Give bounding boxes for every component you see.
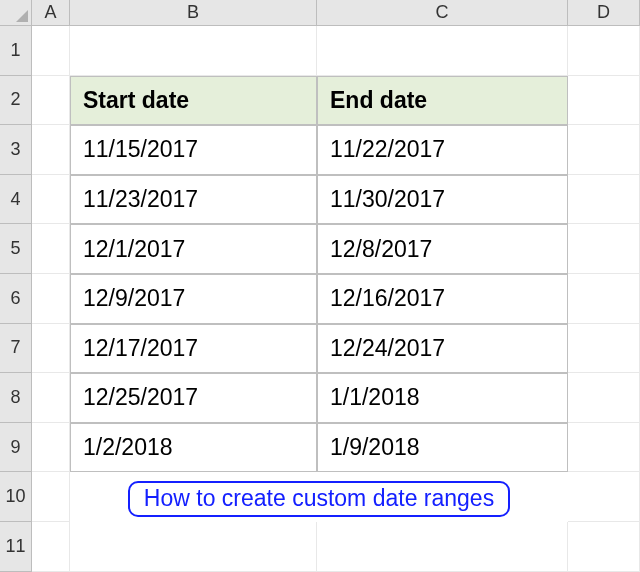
cell-a1[interactable] [32, 26, 70, 76]
cell-a7[interactable] [32, 324, 70, 374]
cell-d5[interactable] [568, 224, 640, 274]
cell-d10[interactable] [568, 472, 640, 522]
col-header-c[interactable]: C [317, 0, 568, 26]
row-header-3[interactable]: 3 [0, 125, 32, 175]
cell-b11[interactable] [70, 522, 317, 572]
spreadsheet: A B C D 1 2 Start date End date 3 11/15/… [0, 0, 640, 572]
row-header-8[interactable]: 8 [0, 373, 32, 423]
cell-a6[interactable] [32, 274, 70, 324]
table-cell-start[interactable]: 1/2/2018 [70, 423, 317, 473]
table-cell-start[interactable]: 12/25/2017 [70, 373, 317, 423]
cell-b1[interactable] [70, 26, 317, 76]
table-cell-end[interactable]: 12/24/2017 [317, 324, 568, 374]
callout-link[interactable]: How to create custom date ranges [128, 481, 510, 517]
cell-c1[interactable] [317, 26, 568, 76]
callout-cell[interactable]: How to create custom date ranges [70, 472, 568, 522]
select-all-cell[interactable] [0, 0, 32, 26]
cell-c11[interactable] [317, 522, 568, 572]
cell-d8[interactable] [568, 373, 640, 423]
cell-d11[interactable] [568, 522, 640, 572]
table-cell-start[interactable]: 11/15/2017 [70, 125, 317, 175]
table-cell-end[interactable]: 12/8/2017 [317, 224, 568, 274]
row-header-9[interactable]: 9 [0, 423, 32, 473]
cell-a2[interactable] [32, 76, 70, 126]
row-header-2[interactable]: 2 [0, 76, 32, 126]
cell-a8[interactable] [32, 373, 70, 423]
cell-a3[interactable] [32, 125, 70, 175]
table-cell-end[interactable]: 1/9/2018 [317, 423, 568, 473]
row-header-1[interactable]: 1 [0, 26, 32, 76]
table-cell-start[interactable]: 11/23/2017 [70, 175, 317, 225]
cell-a9[interactable] [32, 423, 70, 473]
cell-a4[interactable] [32, 175, 70, 225]
row-header-6[interactable]: 6 [0, 274, 32, 324]
table-cell-start[interactable]: 12/1/2017 [70, 224, 317, 274]
cell-d9[interactable] [568, 423, 640, 473]
row-header-5[interactable]: 5 [0, 224, 32, 274]
cell-d3[interactable] [568, 125, 640, 175]
row-header-11[interactable]: 11 [0, 522, 32, 572]
cell-a10[interactable] [32, 472, 70, 522]
col-header-d[interactable]: D [568, 0, 640, 26]
table-header-start[interactable]: Start date [70, 76, 317, 126]
cell-d4[interactable] [568, 175, 640, 225]
cell-d2[interactable] [568, 76, 640, 126]
cell-d7[interactable] [568, 324, 640, 374]
cell-d6[interactable] [568, 274, 640, 324]
table-header-end[interactable]: End date [317, 76, 568, 126]
table-cell-end[interactable]: 11/22/2017 [317, 125, 568, 175]
table-cell-end[interactable]: 1/1/2018 [317, 373, 568, 423]
cell-a11[interactable] [32, 522, 70, 572]
col-header-b[interactable]: B [70, 0, 317, 26]
table-cell-end[interactable]: 12/16/2017 [317, 274, 568, 324]
cell-d1[interactable] [568, 26, 640, 76]
row-header-7[interactable]: 7 [0, 324, 32, 374]
col-header-a[interactable]: A [32, 0, 70, 26]
table-cell-end[interactable]: 11/30/2017 [317, 175, 568, 225]
cell-a5[interactable] [32, 224, 70, 274]
table-cell-start[interactable]: 12/9/2017 [70, 274, 317, 324]
row-header-10[interactable]: 10 [0, 472, 32, 522]
row-header-4[interactable]: 4 [0, 175, 32, 225]
table-cell-start[interactable]: 12/17/2017 [70, 324, 317, 374]
